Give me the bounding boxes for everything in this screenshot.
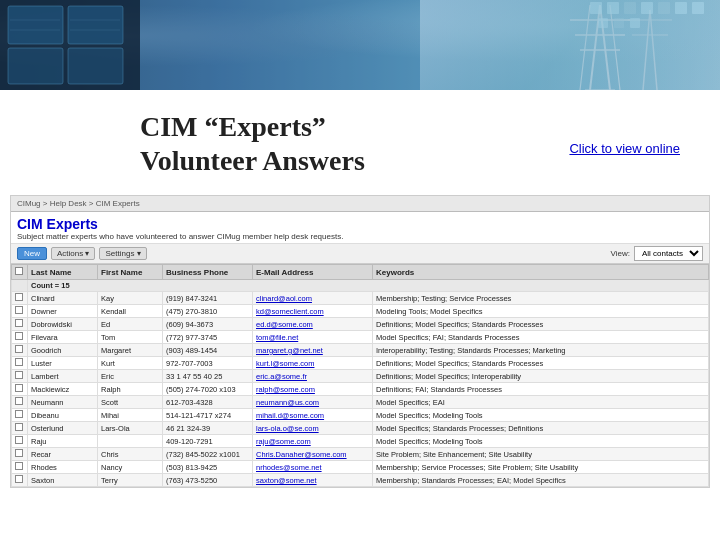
row-first: Kendall [98, 305, 163, 318]
svg-line-16 [610, 5, 620, 90]
row-checkbox-cell [12, 461, 28, 474]
table-row[interactable]: LambertEric33 1 47 55 40 25eric.a@some.f… [12, 370, 709, 383]
count-label: Count = 15 [28, 280, 709, 292]
svg-rect-4 [68, 48, 123, 84]
view-online-link[interactable]: Click to view online [569, 141, 680, 156]
table-row[interactable]: FilevaraTom(772) 977-3745tom@file.netMod… [12, 331, 709, 344]
row-checkbox[interactable] [15, 306, 23, 314]
row-checkbox[interactable] [15, 384, 23, 392]
svg-rect-30 [614, 18, 624, 28]
page-subtitle: Subject matter experts who have voluntee… [17, 232, 703, 241]
table-row[interactable]: LusterKurt972-707-7003kurt.l@some.comDef… [12, 357, 709, 370]
col-header-phone[interactable]: Business Phone [163, 265, 253, 280]
svg-rect-31 [630, 18, 640, 28]
row-checkbox-cell [12, 396, 28, 409]
svg-rect-2 [68, 6, 123, 44]
row-email: nrhodes@some.net [253, 461, 373, 474]
header-checkbox[interactable] [15, 267, 23, 275]
row-checkbox[interactable] [15, 410, 23, 418]
svg-line-10 [590, 5, 600, 90]
table-row[interactable]: SaxtonTerry(763) 473-5250saxton@some.net… [12, 474, 709, 487]
actions-button[interactable]: Actions ▾ [51, 247, 95, 260]
row-first: Kurt [98, 357, 163, 370]
row-email: kurt.l@some.com [253, 357, 373, 370]
row-checkbox[interactable] [15, 449, 23, 457]
svg-line-15 [580, 5, 590, 90]
row-checkbox[interactable] [15, 371, 23, 379]
row-phone: (919) 847-3241 [163, 292, 253, 305]
row-checkbox[interactable] [15, 358, 23, 366]
svg-rect-25 [641, 2, 653, 14]
row-last: Osterlund [28, 422, 98, 435]
col-header-keywords[interactable]: Keywords [373, 265, 709, 280]
table-row[interactable]: NeumannScott612-703-4328neumann@us.comMo… [12, 396, 709, 409]
row-email: raju@some.com [253, 435, 373, 448]
row-checkbox[interactable] [15, 475, 23, 483]
col-header-firstname[interactable]: First Name [98, 265, 163, 280]
title-row: CIM “Experts” Volunteer Answers Click to… [0, 90, 720, 187]
row-keywords: Model Specifics; EAI [373, 396, 709, 409]
row-email: ed.d@some.com [253, 318, 373, 331]
row-checkbox[interactable] [15, 293, 23, 301]
col-header-lastname[interactable]: Last Name [28, 265, 98, 280]
main-title: CIM “Experts” Volunteer Answers [140, 110, 569, 177]
table-row[interactable]: Raju409-120-7291raju@some.comModel Speci… [12, 435, 709, 448]
row-phone: 409-120-7291 [163, 435, 253, 448]
row-checkbox[interactable] [15, 345, 23, 353]
new-button[interactable]: New [17, 247, 47, 260]
table-row[interactable]: RhodesNancy(503) 813-9425nrhodes@some.ne… [12, 461, 709, 474]
row-phone: (763) 473-5250 [163, 474, 253, 487]
row-keywords: Definitions; FAI; Standards Processes [373, 383, 709, 396]
row-checkbox[interactable] [15, 319, 23, 327]
svg-rect-22 [590, 2, 602, 14]
row-first: Lars-Ola [98, 422, 163, 435]
row-first: Mihai [98, 409, 163, 422]
table-header-row: Last Name First Name Business Phone E-Ma… [12, 265, 709, 280]
row-last: Neumann [28, 396, 98, 409]
table-row[interactable]: DownerKendall(475) 270-3810kd@someclient… [12, 305, 709, 318]
row-checkbox[interactable] [15, 332, 23, 340]
row-keywords: Definitions; Model Specifics; Standards … [373, 318, 709, 331]
row-checkbox[interactable] [15, 397, 23, 405]
view-online-section[interactable]: Click to view online [569, 110, 680, 177]
row-last: Luster [28, 357, 98, 370]
row-phone: (903) 489-1454 [163, 344, 253, 357]
table-row[interactable]: RecarChris(732) 845-5022 x1001Chris.Dana… [12, 448, 709, 461]
row-last: Rhodes [28, 461, 98, 474]
row-email: neumann@us.com [253, 396, 373, 409]
row-checkbox[interactable] [15, 462, 23, 470]
row-phone: 46 21 324-39 [163, 422, 253, 435]
view-dropdown[interactable]: All contacts [634, 246, 703, 261]
row-checkbox-cell [12, 409, 28, 422]
col-header-email[interactable]: E-Mail Address [253, 265, 373, 280]
row-checkbox-cell [12, 422, 28, 435]
table-row[interactable]: DibeanuMihai514-121-4717 x274mihail.d@so… [12, 409, 709, 422]
row-checkbox-cell [12, 435, 28, 448]
row-first: Kay [98, 292, 163, 305]
table-row[interactable]: DobrowidskiEd(609) 94-3673ed.d@some.comD… [12, 318, 709, 331]
row-last: Downer [28, 305, 98, 318]
row-last: Raju [28, 435, 98, 448]
table-row[interactable]: OsterlundLars-Ola46 21 324-39lars-ola.o@… [12, 422, 709, 435]
row-email: ralph@some.com [253, 383, 373, 396]
page-title: CIM Experts [17, 216, 703, 232]
row-checkbox[interactable] [15, 423, 23, 431]
row-checkbox-cell [12, 370, 28, 383]
table-row[interactable]: GoodrichMargaret(903) 489-1454margaret.g… [12, 344, 709, 357]
table-row[interactable]: MackiewiczRalph(505) 274-7020 x103ralph@… [12, 383, 709, 396]
row-last: Saxton [28, 474, 98, 487]
row-first: Eric [98, 370, 163, 383]
row-checkbox[interactable] [15, 436, 23, 444]
row-email: margaret.g@net.net [253, 344, 373, 357]
row-last: Filevara [28, 331, 98, 344]
row-email: Chris.Danaher@some.com [253, 448, 373, 461]
row-keywords: Interoperability; Testing; Standards Pro… [373, 344, 709, 357]
count-row: Count = 15 [12, 280, 709, 292]
toolbar: New Actions ▾ Settings ▾ View: All conta… [11, 244, 709, 264]
settings-button[interactable]: Settings ▾ [99, 247, 146, 260]
row-email: mihail.d@some.com [253, 409, 373, 422]
row-first: Terry [98, 474, 163, 487]
row-phone: 33 1 47 55 40 25 [163, 370, 253, 383]
row-phone: (609) 94-3673 [163, 318, 253, 331]
table-row[interactable]: ClinardKay(919) 847-3241clinard@aol.comM… [12, 292, 709, 305]
